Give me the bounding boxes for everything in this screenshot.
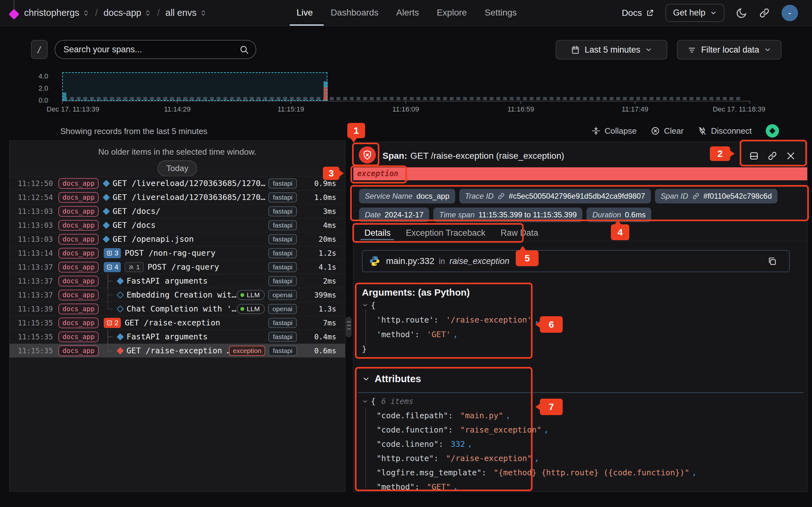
arguments-heading: Arguments: (as Python)	[362, 287, 470, 298]
x-tickmark	[291, 101, 291, 104]
service-badge: docs_app	[58, 220, 99, 231]
tab-dashboards[interactable]: Dashboards	[331, 8, 378, 18]
active-detail-tab-underline	[360, 239, 394, 240]
selector-updown-icon	[144, 9, 151, 16]
hidden-spans-badge[interactable]: 1	[125, 262, 144, 272]
error-diamond-icon	[117, 347, 124, 354]
code-value: 'GET'	[427, 330, 451, 339]
table-row[interactable]: 11:13:37 docs_app Embedding Creation wit…	[9, 288, 345, 302]
external-link-icon	[646, 9, 654, 17]
span-duration: 1.3s	[301, 305, 336, 313]
table-row[interactable]: 11:13:03 docs_app GET /docs fastapi 4ms	[9, 218, 345, 232]
span-duration: 3ms	[301, 207, 336, 216]
collapse-chevron-icon[interactable]	[362, 375, 370, 383]
dock-panel-icon[interactable]	[749, 151, 759, 161]
annotation-label-1: 1	[347, 123, 365, 138]
search-input[interactable]	[55, 41, 256, 58]
chip-value: #f0110e542c798c6d	[704, 192, 772, 201]
row-time: 11:12:54	[18, 193, 58, 202]
arguments-code: { 'http.route': '/raise-exception', 'met…	[362, 298, 539, 356]
table-row[interactable]: 11:12:54 docs_app GET /livereload/127036…	[9, 190, 345, 204]
chevron-down-icon	[764, 46, 771, 54]
today-button[interactable]: Today	[157, 160, 197, 176]
brace-open: {	[371, 397, 375, 406]
service-badge: docs_app	[58, 276, 99, 286]
table-row[interactable]: 11:13:03 docs_app GET /openapi.json fast…	[9, 232, 345, 246]
expand-children-badge[interactable]: 3	[104, 248, 121, 258]
panel-resize-grip[interactable]	[346, 317, 351, 337]
collapse-chevron-icon[interactable]	[362, 302, 368, 308]
tab-explore[interactable]: Explore	[437, 8, 467, 18]
tab-exception-traceback[interactable]: Exception Traceback	[406, 228, 486, 238]
tree-connector	[104, 344, 114, 358]
collapse-icon	[591, 126, 601, 135]
scope-badge: openai	[268, 290, 297, 300]
avatar[interactable]: -	[781, 5, 798, 21]
collapse-chevron-icon[interactable]	[362, 398, 368, 405]
chip-label: Time span	[439, 210, 474, 219]
scope-badge: fastapi	[268, 346, 297, 356]
tree-connector	[104, 330, 114, 344]
time-selection-region[interactable]	[62, 72, 327, 101]
filter-label: Filter local data	[701, 45, 759, 55]
tree-connector	[104, 274, 114, 288]
x-tick-label: Dec 17. 11:13:39	[47, 105, 99, 113]
link-icon[interactable]	[497, 192, 505, 200]
code-comma: ,	[467, 440, 472, 449]
tab-details[interactable]: Details	[364, 228, 391, 238]
service-badge: docs_app	[58, 178, 99, 189]
breadcrumb-env[interactable]: all envs	[165, 8, 207, 18]
dark-mode-moon-icon[interactable]	[736, 7, 747, 19]
row-time: 11:12:50	[18, 179, 58, 187]
span-id-chip: Span ID#f0110e542c798c6d	[655, 189, 777, 204]
x-tickmark	[750, 101, 750, 104]
scope-badge: fastapi	[268, 178, 297, 188]
tab-alerts[interactable]: Alerts	[396, 8, 419, 18]
tree-connector	[104, 288, 114, 302]
span-name: Embedding Creation wit…	[126, 290, 236, 299]
span-diamond-icon	[103, 208, 110, 215]
get-help-label: Get help	[673, 8, 705, 18]
table-row-selected[interactable]: 11:15:35 docs_app GET /raise-exception ……	[9, 343, 345, 357]
link-icon[interactable]	[692, 192, 700, 200]
collapse-button[interactable]: Collapse	[591, 126, 637, 136]
chip-value: 11:15:35.399 to 11:15:35.399	[478, 210, 577, 219]
scope-badge: fastapi	[268, 234, 297, 244]
close-icon[interactable]	[786, 151, 796, 161]
trace-id-chip: Trace ID#c5ec5005042796e91d5db42ca9fd980…	[459, 189, 651, 204]
tab-live[interactable]: Live	[297, 8, 313, 18]
code-key: "http.route":	[376, 454, 444, 463]
table-row[interactable]: 11:15:35 docs_app FastAPI arguments fast…	[9, 330, 345, 343]
table-row[interactable]: 11:13:37 docs_app FastAPI arguments fast…	[9, 274, 345, 288]
breadcrumb-org[interactable]: christophergs	[24, 8, 90, 18]
share-link-icon[interactable]	[759, 7, 770, 19]
get-help-button[interactable]: Get help	[665, 4, 724, 22]
plus-square-icon	[106, 250, 113, 257]
collapse-children-badge[interactable]: 4	[104, 262, 121, 272]
table-row[interactable]: 11:13:39 docs_app Chat Completion with '…	[9, 302, 345, 316]
code-comma: ,	[506, 411, 510, 420]
llm-label: LLM	[247, 291, 260, 299]
row-time: 11:13:37	[18, 263, 58, 271]
table-row[interactable]: 11:12:50 docs_app GET /livereload/127036…	[9, 176, 345, 190]
collapse-children-badge-error[interactable]: 2	[104, 318, 121, 328]
x-tick-label: 11:15:19	[277, 105, 304, 113]
filter-local-data-button[interactable]: Filter local data	[677, 40, 781, 60]
tab-raw-data[interactable]: Raw Data	[501, 228, 538, 238]
copy-icon[interactable]	[767, 256, 777, 266]
table-row[interactable]: 11:13:14 docs_app 3POST /non-rag-query f…	[9, 246, 345, 260]
pencil-off-icon	[129, 264, 134, 270]
logfire-logo-icon[interactable]	[9, 9, 19, 20]
table-row[interactable]: 11:15:35 docs_app 2GET /raise-exception …	[9, 316, 345, 330]
clear-button[interactable]: Clear	[651, 126, 683, 136]
table-row[interactable]: 11:13:37 docs_app 41POST /rag-query fast…	[9, 260, 345, 274]
scope-badge: fastapi	[268, 318, 297, 328]
docs-link[interactable]: Docs	[622, 8, 654, 18]
breadcrumb-project[interactable]: docs-app	[103, 8, 151, 18]
span-duration: 2ms	[301, 277, 336, 285]
table-row[interactable]: 11:13:03 docs_app GET /docs/ fastapi 3ms	[9, 204, 345, 218]
time-range-button[interactable]: Last 5 minutes	[556, 40, 667, 60]
disconnect-button[interactable]: Disconnect	[698, 126, 752, 136]
copy-link-icon[interactable]	[767, 151, 777, 161]
tab-settings[interactable]: Settings	[485, 8, 517, 18]
